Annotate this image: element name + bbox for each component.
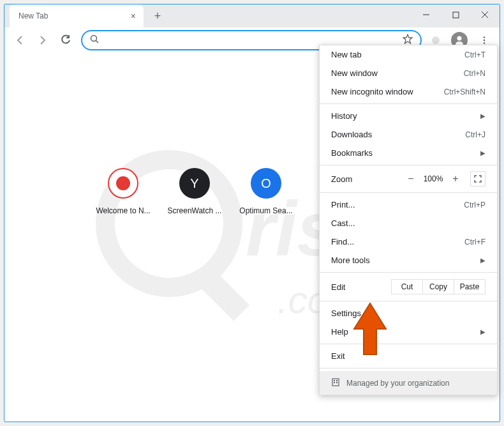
extension-indicator[interactable] bbox=[432, 36, 440, 44]
reload-button[interactable] bbox=[56, 30, 76, 50]
svg-rect-14 bbox=[332, 379, 339, 386]
menu-label: New window bbox=[331, 68, 378, 78]
svg-rect-15 bbox=[334, 380, 335, 381]
shortcut-icon: Y bbox=[179, 168, 210, 199]
menu-find[interactable]: Find... Ctrl+F bbox=[320, 232, 497, 251]
menu-label: Zoom bbox=[331, 174, 396, 184]
menu-shortcut: Ctrl+N bbox=[464, 69, 485, 78]
menu-label: Find... bbox=[331, 237, 354, 247]
svg-line-5 bbox=[96, 41, 99, 43]
menu-label: Print... bbox=[331, 200, 355, 209]
menu-divider bbox=[320, 344, 497, 344]
chevron-right-icon: ▶ bbox=[480, 257, 485, 264]
svg-rect-1 bbox=[453, 12, 459, 18]
browser-tab[interactable]: New Tab × bbox=[10, 4, 144, 27]
menu-label: Bookmarks bbox=[331, 148, 373, 158]
main-menu: New tab Ctrl+T New window Ctrl+N New inc… bbox=[319, 45, 498, 395]
menu-label: More tools bbox=[331, 255, 370, 265]
menu-new-window[interactable]: New window Ctrl+N bbox=[320, 64, 497, 82]
menu-label: Downloads bbox=[331, 130, 372, 139]
edit-buttons: Cut Copy Paste bbox=[392, 279, 485, 294]
menu-shortcut: Ctrl+P bbox=[464, 201, 485, 209]
shortcut-icon: O bbox=[251, 168, 281, 199]
menu-cast[interactable]: Cast... bbox=[320, 214, 497, 232]
back-button[interactable] bbox=[10, 30, 30, 50]
svg-point-9 bbox=[484, 42, 485, 44]
chevron-right-icon: ▶ bbox=[480, 112, 485, 119]
menu-incognito[interactable]: New incognito window Ctrl+Shift+N bbox=[320, 82, 497, 101]
zoom-in-button[interactable]: + bbox=[448, 172, 463, 186]
menu-divider bbox=[320, 103, 497, 104]
menu-divider bbox=[320, 192, 497, 193]
menu-history[interactable]: History ▶ bbox=[320, 107, 497, 125]
zoom-out-button[interactable]: − bbox=[404, 172, 418, 186]
svg-rect-17 bbox=[334, 382, 335, 383]
close-tab-icon[interactable]: × bbox=[131, 11, 136, 21]
menu-bookmarks[interactable]: Bookmarks ▶ bbox=[320, 144, 497, 162]
menu-label: New tab bbox=[331, 50, 362, 59]
menu-divider bbox=[320, 301, 497, 301]
forward-button[interactable] bbox=[33, 30, 53, 50]
svg-point-4 bbox=[91, 36, 97, 42]
menu-shortcut: Ctrl+Shift+N bbox=[444, 87, 485, 96]
search-icon bbox=[90, 34, 99, 46]
menu-downloads[interactable]: Downloads Ctrl+J bbox=[320, 125, 497, 144]
svg-point-7 bbox=[484, 36, 485, 38]
menu-more-tools[interactable]: More tools ▶ bbox=[320, 251, 497, 270]
svg-rect-16 bbox=[336, 380, 337, 381]
menu-label: Help bbox=[331, 327, 348, 337]
menu-label: Edit bbox=[331, 282, 392, 292]
minimize-button[interactable] bbox=[411, 4, 441, 25]
shortcut-label: Optimum Sea... bbox=[238, 206, 294, 215]
menu-help[interactable]: Help ▶ bbox=[320, 323, 497, 341]
shortcut-item[interactable]: Welcome to N... bbox=[95, 168, 151, 215]
chevron-right-icon: ▶ bbox=[480, 149, 485, 156]
shortcut-label: Welcome to N... bbox=[95, 206, 151, 215]
menu-edit: Edit Cut Copy Paste bbox=[320, 275, 497, 298]
window-controls bbox=[411, 4, 500, 25]
close-window-button[interactable] bbox=[470, 4, 500, 25]
menu-managed-by-org[interactable]: Managed by your organization bbox=[320, 371, 497, 395]
menu-divider bbox=[320, 165, 497, 165]
menu-shortcut: Ctrl+J bbox=[465, 130, 485, 139]
shortcut-item[interactable]: O Optimum Sea... bbox=[238, 168, 294, 215]
menu-label: Managed by your organization bbox=[346, 379, 449, 388]
new-tab-button[interactable]: + bbox=[149, 7, 167, 25]
menu-shortcut: Ctrl+F bbox=[464, 238, 485, 247]
svg-point-8 bbox=[484, 40, 485, 42]
menu-zoom: Zoom − 100% + bbox=[320, 168, 497, 190]
menu-new-tab[interactable]: New tab Ctrl+T bbox=[320, 45, 497, 64]
svg-point-6 bbox=[457, 36, 462, 41]
building-icon bbox=[331, 377, 340, 388]
svg-rect-11 bbox=[198, 269, 249, 321]
maximize-button[interactable] bbox=[441, 4, 470, 25]
shortcut-label: ScreenWatch ... bbox=[167, 206, 223, 215]
svg-rect-18 bbox=[336, 382, 337, 383]
zoom-controls: − 100% + bbox=[404, 171, 485, 186]
shortcut-icon bbox=[108, 168, 138, 199]
menu-settings[interactable]: Settings bbox=[320, 304, 497, 323]
menu-divider bbox=[320, 272, 497, 273]
annotation-cursor-arrow bbox=[348, 300, 392, 360]
cut-button[interactable]: Cut bbox=[391, 279, 423, 294]
menu-exit[interactable]: Exit bbox=[320, 347, 497, 365]
menu-label: New incognito window bbox=[331, 87, 413, 96]
menu-divider bbox=[320, 368, 497, 369]
menu-label: Cast... bbox=[331, 218, 355, 228]
menu-print[interactable]: Print... Ctrl+P bbox=[320, 195, 497, 214]
menu-label: History bbox=[331, 111, 357, 121]
copy-button[interactable]: Copy bbox=[422, 279, 454, 294]
paste-button[interactable]: Paste bbox=[454, 279, 485, 294]
fullscreen-button[interactable] bbox=[470, 171, 485, 186]
menu-label: Exit bbox=[331, 351, 345, 361]
zoom-value: 100% bbox=[422, 174, 445, 183]
tab-title: New Tab bbox=[19, 11, 48, 20]
titlebar: New Tab × + bbox=[4, 4, 500, 27]
menu-shortcut: Ctrl+T bbox=[464, 50, 485, 59]
shortcut-item[interactable]: Y ScreenWatch ... bbox=[167, 168, 223, 215]
chevron-right-icon: ▶ bbox=[480, 328, 485, 335]
